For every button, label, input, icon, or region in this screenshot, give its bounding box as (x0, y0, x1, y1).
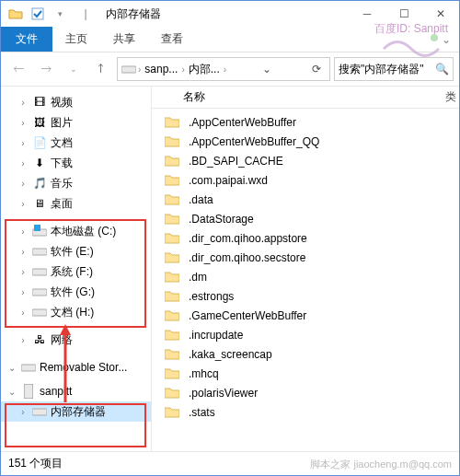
desktop-icon: 🖥 (32, 196, 47, 211)
drive-icon (32, 305, 47, 319)
nav-drive[interactable]: ›软件 (E:) (1, 241, 151, 261)
footer-watermark: 脚本之家 jiaocheng.m@qq.com (310, 458, 452, 471)
doc-icon: 📄 (32, 135, 47, 150)
back-button[interactable]: 🡐 (6, 57, 30, 81)
search-placeholder: 搜索"内部存储器" (339, 62, 424, 77)
svg-rect-7 (32, 289, 47, 296)
list-item[interactable]: .data (152, 190, 459, 209)
file-name: .data (189, 193, 213, 206)
drive-icon (32, 404, 47, 419)
qat-dropdown-icon[interactable]: ▾ (51, 5, 69, 23)
window-title: 内部存储器 (106, 6, 161, 22)
minimize-button[interactable]: ─ (349, 1, 385, 27)
folder-icon (165, 308, 179, 323)
list-item[interactable]: .incrupdate (152, 325, 459, 344)
content-pane: 名称 类 .AppCenterWebBuffer.AppCenterWebBuf… (152, 87, 459, 454)
drive-icon (32, 284, 47, 299)
download-icon: ⬇ (32, 156, 47, 170)
file-name: .stats (189, 406, 215, 419)
drive-icon (32, 244, 47, 259)
column-name[interactable]: 名称 (183, 89, 205, 105)
qat-checkbox-icon[interactable] (29, 5, 47, 23)
list-item[interactable]: .GameCenterWebBuffer (152, 306, 459, 325)
ribbon-tab-view[interactable]: 查看 (148, 27, 196, 52)
address-dropdown-icon[interactable]: ⌄ (258, 63, 276, 75)
folder-icon (165, 328, 179, 342)
folder-icon (165, 115, 179, 130)
refresh-button[interactable]: ⟳ (307, 63, 326, 75)
close-button[interactable]: ✕ (422, 1, 459, 27)
up-button[interactable]: 🡑 (89, 57, 113, 81)
nav-item-pic[interactable]: ›🖼图片 (1, 112, 151, 133)
list-item[interactable]: .com.paipai.wxd (152, 170, 459, 190)
svg-rect-10 (24, 384, 33, 399)
file-name: .com.paipai.wxd (189, 174, 268, 187)
nav-item-desktop[interactable]: ›🖥桌面 (1, 193, 151, 214)
chevron-icon[interactable]: › (224, 64, 226, 75)
recent-dropdown-icon[interactable]: ⌄ (62, 57, 86, 81)
file-name: .incrupdate (189, 329, 243, 342)
ribbon-file-tab[interactable]: 文件 (1, 27, 52, 52)
nav-network[interactable]: ›🖧网络 (1, 330, 151, 350)
nav-device-storage[interactable]: ›内部存储器 (1, 401, 151, 422)
forward-button[interactable]: 🡒 (34, 57, 58, 81)
list-item[interactable]: .stats (152, 402, 459, 422)
folder-icon (165, 347, 179, 362)
nav-device[interactable]: ⌄sanpitt (1, 381, 151, 401)
list-item[interactable]: .dir_com.qihoo.secstore (152, 248, 459, 267)
folder-icon (165, 289, 179, 304)
drive-icon (32, 224, 47, 238)
nav-drive[interactable]: ›本地磁盘 (C:) (1, 221, 151, 241)
ribbon: 文件 主页 共享 查看 ⌄ (1, 27, 459, 52)
nav-removable[interactable]: ⌄Removable Stor... (1, 357, 151, 377)
video-icon: 🎞 (32, 95, 47, 110)
phone-icon (21, 384, 36, 399)
svg-rect-0 (32, 8, 43, 19)
list-item[interactable]: .AppCenterWebBuffer (152, 112, 459, 132)
chevron-icon[interactable]: › (138, 64, 141, 75)
list-item[interactable]: .dm (152, 267, 459, 286)
music-icon: 🎵 (32, 176, 47, 191)
ribbon-tab-share[interactable]: 共享 (100, 27, 148, 52)
list-item[interactable]: .kaka_screencap (152, 344, 459, 364)
folder-icon (6, 5, 25, 23)
file-name: .kaka_screencap (189, 348, 272, 361)
address-bar[interactable]: › sanp... › 内部... › ⌄ ⟳ (117, 57, 330, 81)
nav-drive[interactable]: ›系统 (F:) (1, 261, 151, 282)
nav-item-music[interactable]: ›🎵音乐 (1, 173, 151, 193)
column-more[interactable]: 类 (443, 89, 459, 105)
nav-item-video[interactable]: ›🎞视频 (1, 92, 151, 112)
search-icon: 🔍 (435, 63, 449, 75)
file-name: .DataStorage (189, 213, 254, 226)
file-name: .AppCenterWebBuffer (189, 116, 296, 129)
folder-icon (165, 250, 179, 265)
nav-item-doc[interactable]: ›📄文档 (1, 133, 151, 153)
list-item[interactable]: .polarisViewer (152, 383, 459, 402)
list-item[interactable]: .AppCenterWebBuffer_QQ (152, 132, 459, 151)
folder-icon (165, 154, 179, 168)
list-item[interactable]: .dir_com.qihoo.appstore (152, 228, 459, 248)
svg-rect-11 (32, 409, 47, 415)
nav-drive[interactable]: ›软件 (G:) (1, 282, 151, 302)
column-header[interactable]: 名称 类 (152, 87, 459, 109)
drive-icon (121, 64, 136, 75)
list-item[interactable]: .BD_SAPI_CACHE (152, 151, 459, 170)
nav-drive[interactable]: ›文档 (H:) (1, 302, 151, 322)
list-item[interactable]: .DataStorage (152, 209, 459, 228)
folder-icon (165, 173, 179, 188)
nav-item-download[interactable]: ›⬇下载 (1, 153, 151, 173)
breadcrumb[interactable]: sanp... (143, 63, 179, 75)
list-item[interactable]: .mhcq (152, 364, 459, 383)
title-sep: | (76, 5, 95, 23)
search-input[interactable]: 搜索"内部存储器" 🔍 (334, 57, 454, 81)
ribbon-tab-home[interactable]: 主页 (52, 27, 100, 52)
file-name: .estrongs (189, 290, 234, 303)
chevron-icon[interactable]: › (181, 64, 184, 75)
file-name: .mhcq (189, 367, 219, 380)
maximize-button[interactable]: ☐ (385, 1, 422, 27)
ribbon-expand-icon[interactable]: ⌄ (433, 27, 459, 52)
list-item[interactable]: .estrongs (152, 286, 459, 306)
breadcrumb[interactable]: 内部... (187, 62, 222, 77)
status-count: 151 个项目 (8, 456, 63, 471)
folder-icon (165, 405, 179, 420)
